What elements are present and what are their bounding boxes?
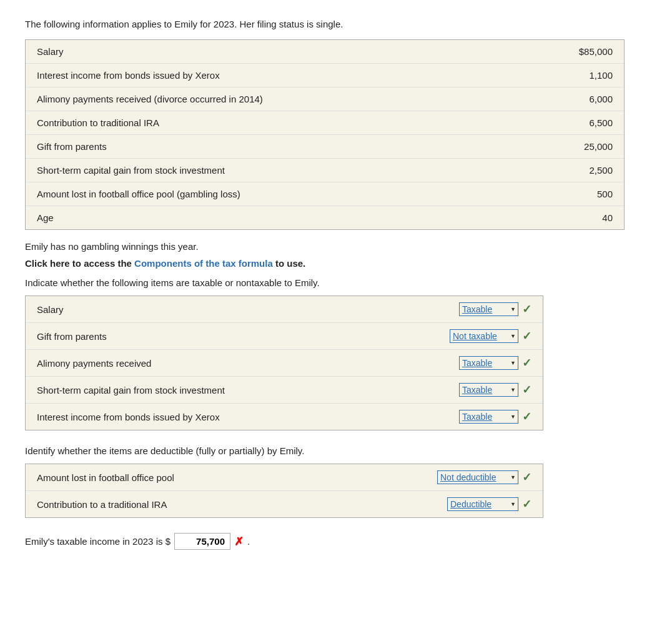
x-mark-icon: ✗: [234, 535, 244, 549]
gambling-ded-select[interactable]: Not deductible Deductible: [437, 470, 518, 484]
formula-link[interactable]: Components of the tax formula: [134, 258, 273, 269]
row-label: Age: [37, 212, 54, 223]
taxable-row-label: Gift from parents: [37, 331, 107, 342]
salary-select-wrapper[interactable]: Taxable Not taxable: [459, 302, 518, 316]
table-row: Amount lost in football office pool (gam…: [26, 182, 624, 206]
table-row: Alimony payments received (divorce occur…: [26, 87, 624, 111]
taxable-income-prefix: Emily's taxable income in 2023 is $: [25, 536, 170, 547]
deductible-table: Amount lost in football office pool Not …: [25, 464, 543, 518]
deductible-row-ira: Contribution to a traditional IRA Deduct…: [26, 491, 543, 517]
table-row: Short-term capital gain from stock inves…: [26, 159, 624, 182]
formula-suffix: to use.: [273, 258, 306, 269]
row-value: 6,000: [563, 94, 613, 104]
taxable-row-controls: Taxable Not taxable ✓: [459, 383, 531, 397]
row-value: 500: [563, 189, 613, 199]
row-value: 40: [563, 212, 613, 223]
row-label: Gift from parents: [37, 141, 107, 152]
gambling-ded-select-wrapper[interactable]: Not deductible Deductible: [437, 470, 518, 484]
table-row: Salary $85,000: [26, 40, 624, 64]
gift-check-icon: ✓: [522, 329, 531, 343]
taxable-income-input[interactable]: [174, 533, 230, 550]
row-value: 1,100: [563, 70, 613, 81]
stcg-select-wrapper[interactable]: Taxable Not taxable: [459, 383, 518, 397]
info-table: Salary $85,000 Interest income from bond…: [25, 39, 625, 230]
taxable-row-controls: Taxable Not taxable ✓: [459, 356, 531, 370]
row-value: 25,000: [563, 141, 613, 152]
ira-ded-select[interactable]: Deductible Not deductible: [447, 497, 518, 511]
interest-select-wrapper[interactable]: Taxable Not taxable: [459, 410, 518, 424]
indicate-text: Indicate whether the following items are…: [25, 277, 647, 288]
deductible-row-controls: Deductible Not deductible ✓: [447, 497, 531, 511]
taxable-row-gift: Gift from parents Taxable Not taxable ✓: [26, 323, 543, 350]
stcg-check-icon: ✓: [522, 383, 531, 397]
alimony-check-icon: ✓: [522, 356, 531, 370]
gift-select-wrapper[interactable]: Taxable Not taxable: [450, 329, 518, 343]
table-row: Interest income from bonds issued by Xer…: [26, 64, 624, 87]
row-value: 2,500: [563, 165, 613, 176]
taxable-row-label: Salary: [37, 304, 64, 315]
deductible-row-controls: Not deductible Deductible ✓: [437, 470, 531, 484]
row-value: $85,000: [563, 46, 613, 57]
ira-ded-check-icon: ✓: [522, 497, 531, 511]
gambling-note: Emily has no gambling winnings this year…: [25, 241, 647, 252]
row-label: Amount lost in football office pool (gam…: [37, 189, 240, 199]
taxable-row-stcg: Short-term capital gain from stock inves…: [26, 377, 543, 404]
alimony-select-wrapper[interactable]: Taxable Not taxable: [459, 356, 518, 370]
taxable-row-interest: Interest income from bonds issued by Xer…: [26, 404, 543, 430]
formula-prefix: Click here to access the: [25, 258, 134, 269]
taxable-table: Salary Taxable Not taxable ✓ Gift from p…: [25, 296, 543, 430]
interest-select[interactable]: Taxable Not taxable: [459, 410, 518, 424]
row-label: Contribution to traditional IRA: [37, 117, 159, 128]
formula-link-paragraph: Click here to access the Components of t…: [25, 258, 647, 269]
gift-select[interactable]: Taxable Not taxable: [450, 329, 518, 343]
taxable-row-controls: Taxable Not taxable ✓: [450, 329, 531, 343]
table-row: Gift from parents 25,000: [26, 135, 624, 159]
intro-text: The following information applies to Emi…: [25, 19, 647, 29]
deductible-row-label: Contribution to a traditional IRA: [37, 499, 167, 510]
row-label: Alimony payments received (divorce occur…: [37, 94, 263, 104]
deductible-row-label: Amount lost in football office pool: [37, 472, 174, 483]
gambling-ded-check-icon: ✓: [522, 470, 531, 484]
row-label: Short-term capital gain from stock inves…: [37, 165, 225, 176]
table-row: Contribution to traditional IRA 6,500: [26, 111, 624, 135]
salary-check-icon: ✓: [522, 302, 531, 316]
row-label: Salary: [37, 46, 64, 57]
table-row: Age 40: [26, 206, 624, 229]
alimony-select[interactable]: Taxable Not taxable: [459, 356, 518, 370]
taxable-income-row: Emily's taxable income in 2023 is $ ✗ .: [25, 533, 647, 550]
row-label: Interest income from bonds issued by Xer…: [37, 70, 220, 81]
taxable-row-label: Short-term capital gain from stock inves…: [37, 385, 225, 395]
ira-ded-select-wrapper[interactable]: Deductible Not deductible: [447, 497, 518, 511]
taxable-row-controls: Taxable Not taxable ✓: [459, 302, 531, 316]
deductible-row-gambling: Amount lost in football office pool Not …: [26, 464, 543, 491]
taxable-income-suffix: .: [247, 536, 250, 547]
taxable-row-label: Interest income from bonds issued by Xer…: [37, 412, 220, 422]
stcg-select[interactable]: Taxable Not taxable: [459, 383, 518, 397]
interest-check-icon: ✓: [522, 410, 531, 424]
row-value: 6,500: [563, 117, 613, 128]
taxable-row-label: Alimony payments received: [37, 358, 151, 369]
identify-text: Identify whether the items are deductibl…: [25, 445, 647, 456]
taxable-row-salary: Salary Taxable Not taxable ✓: [26, 296, 543, 323]
taxable-row-alimony: Alimony payments received Taxable Not ta…: [26, 350, 543, 377]
salary-select[interactable]: Taxable Not taxable: [459, 302, 518, 316]
taxable-row-controls: Taxable Not taxable ✓: [459, 410, 531, 424]
